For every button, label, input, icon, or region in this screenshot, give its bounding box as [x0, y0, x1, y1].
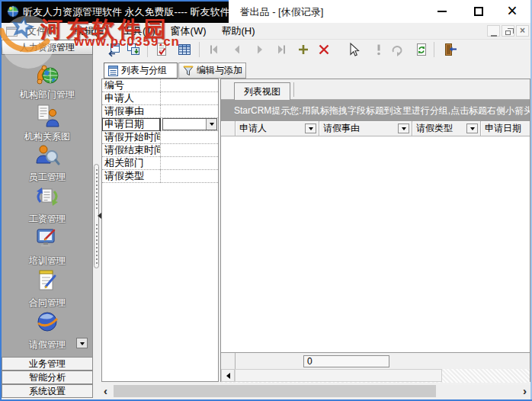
mdi-minimize-button[interactable]	[487, 25, 500, 37]
column-header-date[interactable]: 申请日期	[481, 121, 530, 136]
record-count: 0	[303, 355, 389, 367]
salary-docs-icon[interactable]	[2, 184, 93, 212]
first-record-icon[interactable]	[207, 42, 222, 57]
list-view-tabstrip: 列表视图	[221, 79, 530, 100]
grid-footer: 0	[221, 352, 530, 369]
field-row: 编号	[102, 79, 218, 92]
minimize-button[interactable]	[430, 0, 454, 23]
sidebar-item-org-chart[interactable]: 机构关系图	[2, 130, 93, 143]
tab-edit-add[interactable]: 编辑与添加	[178, 63, 246, 79]
grid-view-icon[interactable]	[177, 42, 192, 57]
last-record-icon[interactable]	[274, 42, 289, 57]
menu-help[interactable]: 帮助(H)	[214, 23, 263, 40]
pointer-icon[interactable]	[345, 42, 361, 57]
title-bar: 昕友人力资源管理软件 永久免费版---- 昕友软件荣誉出品 - [休假记录] ×	[0, 0, 532, 23]
scroll-left-button[interactable]	[221, 369, 235, 382]
application-window: 昕友人力资源管理软件 永久免费版---- 昕友软件荣誉出品 - [休假记录] ×…	[0, 0, 532, 401]
refresh-data-icon[interactable]	[414, 42, 429, 57]
close-button[interactable]: ×	[500, 0, 524, 23]
sidebar-item-contract[interactable]: 合同管理	[2, 297, 93, 310]
field-row: 请假开始时间	[102, 131, 218, 144]
contract-notepad-icon[interactable]	[2, 268, 93, 296]
phone-globe-icon[interactable]	[2, 63, 93, 91]
list-group-icon	[108, 66, 118, 76]
sidebar-item-dropdown[interactable]	[76, 338, 88, 348]
training-monitor-icon[interactable]	[2, 227, 93, 255]
main-scrollbar-thumb[interactable]	[114, 385, 436, 397]
menu-edit[interactable]: 编辑(E)	[67, 23, 115, 40]
sidebar-button-business[interactable]: 业务管理	[2, 357, 93, 371]
employee-search-icon[interactable]	[2, 143, 93, 171]
leave-globe-icon[interactable]	[2, 310, 93, 337]
grid-horizontal-scrollbar[interactable]	[221, 369, 530, 383]
mdi-close-button[interactable]: ×	[516, 25, 529, 37]
column-header-reason[interactable]: 请假事由	[319, 121, 412, 136]
grid-scrollbar-thumb[interactable]	[235, 369, 442, 382]
group-by-hint-bar: StarCRM提示您:用鼠标拖拽字段标题到这里进行分组,点击标题右侧小箭头	[221, 100, 530, 121]
menu-tools[interactable]: 工具(T)	[115, 23, 163, 40]
window-border	[0, 0, 2, 401]
fields-panel: 编号 申请人 请假事由 申请日期 请假开始时间 请假结束时间 相关部门 请假类型	[101, 79, 219, 382]
tab-list-view[interactable]: 列表视图	[234, 82, 290, 100]
menu-items: 文件(F) 编辑(E) 工具(T) 窗体(W) 帮助(H)	[19, 23, 263, 40]
sidebar-header[interactable]: 人力资源管理	[2, 40, 93, 55]
save-layout-icon[interactable]	[126, 42, 141, 57]
app-icon	[7, 5, 19, 18]
column-filter-icon[interactable]	[398, 124, 409, 133]
edit-record-icon[interactable]	[154, 42, 169, 57]
sidebar: 机构部门管理 机构关系图 员工管理 工资管理 培训管理 合同管理 请假管理	[2, 55, 93, 357]
column-header-type[interactable]: 请假类型	[412, 121, 481, 136]
sidebar-item-training[interactable]: 培训管理	[2, 255, 93, 268]
grid-header-row: 申请人 请假事由 请假类型 申请日期	[221, 121, 530, 136]
list-view-panel: 列表视图 StarCRM提示您:用鼠标拖拽字段标题到这里进行分组,点击标题右侧小…	[220, 79, 530, 382]
add-record-icon[interactable]	[296, 42, 311, 57]
sidebar-item-org-dept[interactable]: 机构部门管理	[2, 88, 93, 101]
sidebar-button-settings[interactable]: 系统设置	[2, 384, 93, 398]
grid-indicator-column	[221, 121, 236, 136]
edit-add-icon	[183, 66, 194, 76]
field-value-combobox[interactable]	[162, 118, 217, 130]
field-row: 申请人	[102, 92, 218, 105]
window-border	[0, 0, 229, 2]
scroll-left-icon[interactable]: ‹	[104, 385, 107, 397]
column-header-applicant[interactable]: 申请人	[236, 121, 319, 136]
menu-file[interactable]: 文件(F)	[19, 23, 67, 40]
sidebar-item-salary[interactable]: 工资管理	[2, 213, 93, 226]
sidebar-button-analysis[interactable]: 智能分析	[2, 371, 93, 384]
field-row: 相关部门	[102, 157, 218, 170]
field-row: 请假结束时间	[102, 144, 218, 157]
mdi-restore-button[interactable]	[502, 25, 514, 37]
column-filter-icon[interactable]	[305, 124, 316, 133]
combo-dropdown-icon[interactable]	[206, 119, 216, 130]
scroll-right-icon[interactable]: ›	[523, 385, 527, 397]
window-title: 昕友人力资源管理软件 永久免费版---- 昕友软件荣誉出品 - [休假记录]	[23, 0, 323, 23]
open-form-icon[interactable]	[106, 42, 121, 57]
prev-record-icon[interactable]	[229, 42, 245, 57]
maximize-button[interactable]	[466, 0, 491, 23]
footer-indicator-cell	[221, 353, 236, 369]
delete-record-icon[interactable]	[316, 42, 332, 57]
grid-body[interactable]	[221, 136, 530, 352]
main-horizontal-scrollbar[interactable]: ‹ ›	[101, 385, 530, 397]
org-chart-icon[interactable]	[2, 104, 93, 131]
post-record-icon[interactable]	[371, 42, 386, 57]
sidebar-splitter[interactable]	[94, 59, 100, 399]
menu-window[interactable]: 窗体(W)	[163, 23, 214, 40]
column-filter-icon[interactable]	[466, 124, 478, 133]
exit-icon[interactable]	[443, 42, 458, 57]
undo-icon[interactable]	[389, 42, 405, 57]
field-row: 请假类型	[102, 170, 218, 183]
tab-list-group[interactable]: 列表与分组	[104, 63, 178, 79]
field-row-selected: 申请日期	[102, 118, 218, 131]
mdi-child-icon	[6, 27, 18, 37]
collapse-arrow-icon	[95, 213, 101, 219]
sidebar-item-employee[interactable]: 员工管理	[2, 171, 93, 184]
field-row: 请假事由	[102, 105, 218, 118]
next-record-icon[interactable]	[252, 42, 268, 57]
